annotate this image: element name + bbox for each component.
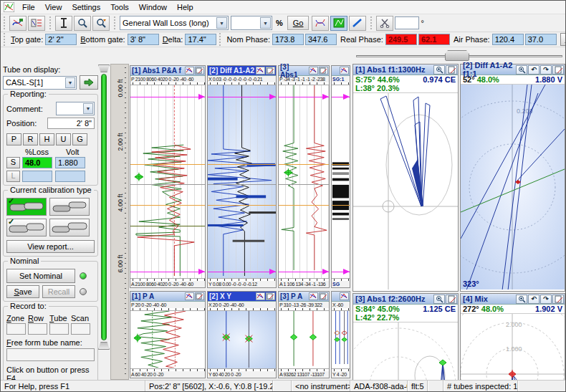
probe-icon[interactable]	[309, 67, 318, 75]
probe-icon[interactable]	[340, 292, 349, 300]
position-slider-thumb[interactable]	[445, 50, 469, 61]
chevron-down-icon[interactable]: ▼	[260, 17, 271, 29]
gate-line-bottom[interactable]	[208, 272, 276, 272]
gate-line-top[interactable]	[208, 97, 276, 97]
wall-loss-preset-select[interactable]: General Wall Loss (long) ▼	[120, 16, 229, 30]
rotate-ccw-icon[interactable]: ↶	[528, 65, 539, 75]
strip-chart-1-header[interactable]: [1] Abs1 P&A f	[130, 66, 205, 76]
view-report-button[interactable]: View report...	[6, 240, 95, 253]
rotate-ccw-icon[interactable]: ↶	[528, 295, 539, 304]
lissajous-1-plot[interactable]	[353, 92, 458, 290]
flag-p-button[interactable]: P	[6, 133, 21, 145]
sg-column-header[interactable]	[332, 66, 350, 76]
lissajous-view-icon[interactable]	[312, 16, 329, 31]
strip-chart-2-header[interactable]: [2] Diff A1-A2	[208, 66, 276, 76]
flag-r-button[interactable]: R	[23, 133, 38, 145]
bottom-chart-4-header[interactable]	[332, 292, 350, 302]
probe-icon[interactable]	[185, 67, 194, 75]
menu-view[interactable]: View	[40, 1, 67, 13]
l-measure-button[interactable]: L	[6, 171, 20, 182]
delta-field[interactable]: 17.4"	[185, 34, 216, 45]
probe-icon[interactable]	[256, 292, 265, 300]
menu-file[interactable]: File	[17, 1, 40, 13]
cursor-tool-icon[interactable]	[55, 16, 72, 31]
save-button[interactable]: Save	[6, 285, 39, 298]
probe-icon[interactable]	[340, 67, 349, 75]
gate-line-bottom[interactable]	[279, 272, 329, 272]
top-gate-handle[interactable]	[98, 64, 110, 72]
calibration-tube-3-button[interactable]: ✓	[6, 219, 47, 236]
report-icon[interactable]	[195, 292, 204, 300]
bottom-chart-4-body[interactable]	[332, 311, 350, 368]
zone-input[interactable]	[6, 323, 26, 335]
angle-input[interactable]	[395, 16, 419, 29]
strip-chart-3-header[interactable]: [3] Abs1	[279, 66, 329, 76]
zoom-icon[interactable]	[516, 295, 527, 304]
bottom-chart-3-body[interactable]	[279, 311, 329, 368]
report-icon[interactable]	[266, 67, 275, 75]
row-input[interactable]	[28, 323, 47, 335]
tube-input[interactable]	[49, 323, 69, 335]
report-icon[interactable]	[319, 292, 328, 300]
bottom-chart-2-body[interactable]	[208, 311, 276, 368]
zoom-icon[interactable]	[516, 65, 527, 75]
probe-icon[interactable]	[309, 292, 318, 300]
line-tool-icon[interactable]	[349, 16, 366, 31]
flag-g-button[interactable]: G	[72, 133, 87, 145]
gate-line-top[interactable]	[130, 97, 205, 97]
sg-body[interactable]	[332, 85, 350, 278]
gate-line-bottom[interactable]	[130, 272, 205, 272]
calibration-tube-1-button[interactable]: ✓	[6, 198, 47, 216]
report-icon[interactable]	[266, 292, 275, 300]
free-form-input[interactable]	[6, 348, 95, 361]
gate-line-bottom[interactable]	[332, 272, 350, 272]
go-button[interactable]: Go	[287, 16, 310, 30]
menu-window[interactable]: Window	[134, 1, 172, 13]
lissajous-2-plot[interactable]: 0.200 323°	[461, 84, 565, 290]
report-icon[interactable]	[552, 295, 564, 304]
next-tube-button[interactable]	[80, 75, 98, 90]
bottom-chart-3-header[interactable]: [3] P A	[279, 292, 329, 302]
menu-tools[interactable]: Tools	[105, 1, 134, 13]
bottom-chart-1-header[interactable]: [1] P A	[130, 292, 205, 302]
chevron-down-icon[interactable]: ▼	[65, 77, 75, 88]
strip-chart-view-icon[interactable]	[330, 16, 347, 31]
probe-setup-icon[interactable]	[9, 16, 27, 31]
s-measure-button[interactable]: S	[6, 157, 20, 168]
top-gate-field[interactable]: 2' 2"	[45, 34, 77, 45]
report-icon[interactable]	[446, 65, 457, 75]
report-icon[interactable]	[446, 295, 457, 304]
bottom-gate-handle[interactable]	[98, 342, 110, 350]
gate-line-top[interactable]	[332, 97, 350, 97]
calibration-tube-4-button[interactable]	[49, 219, 90, 236]
probe-icon[interactable]	[256, 67, 265, 75]
probe-icon[interactable]	[185, 292, 194, 300]
value-select[interactable]: ▼	[231, 16, 272, 30]
report-icon[interactable]	[195, 67, 204, 75]
bottom-chart-1-body[interactable]	[130, 311, 205, 368]
bottom-gate-field[interactable]: 3' 8"	[128, 34, 159, 45]
gate-line-top[interactable]	[279, 97, 329, 97]
calibration-tube-2-button[interactable]	[49, 198, 90, 216]
scan-input[interactable]	[71, 323, 90, 335]
comment-select[interactable]: ▼	[56, 102, 95, 115]
lissajous-4-header[interactable]: [4] Mix ↶ ↷	[461, 294, 565, 305]
zoom-icon[interactable]	[433, 295, 445, 304]
zoom-tool-icon[interactable]	[74, 16, 91, 31]
report-icon[interactable]	[552, 65, 564, 75]
flag-u-button[interactable]: U	[56, 133, 71, 145]
bottom-chart-2-header[interactable]: [2] X Y	[208, 292, 276, 302]
zoom-reset-icon[interactable]	[92, 16, 110, 31]
lissajous-3-header[interactable]: [3] Abs1 f2:2600Hz	[353, 294, 458, 305]
matl-comp-button[interactable]: Mat'l Comp	[560, 33, 566, 46]
set-nominal-button[interactable]: Set Nominal	[6, 269, 75, 283]
rotate-cw-icon[interactable]: ↷	[540, 295, 552, 304]
zoom-icon[interactable]	[433, 65, 445, 75]
strip-chart-1-body[interactable]	[130, 85, 205, 278]
menu-settings[interactable]: Settings	[67, 1, 105, 13]
probe-config-icon[interactable]	[28, 16, 45, 31]
rotate-cw-icon[interactable]: ↷	[540, 65, 552, 75]
recall-button[interactable]: Recall	[42, 285, 75, 298]
report-icon[interactable]	[319, 67, 328, 75]
position-field[interactable]: 2' 8"	[47, 118, 95, 129]
